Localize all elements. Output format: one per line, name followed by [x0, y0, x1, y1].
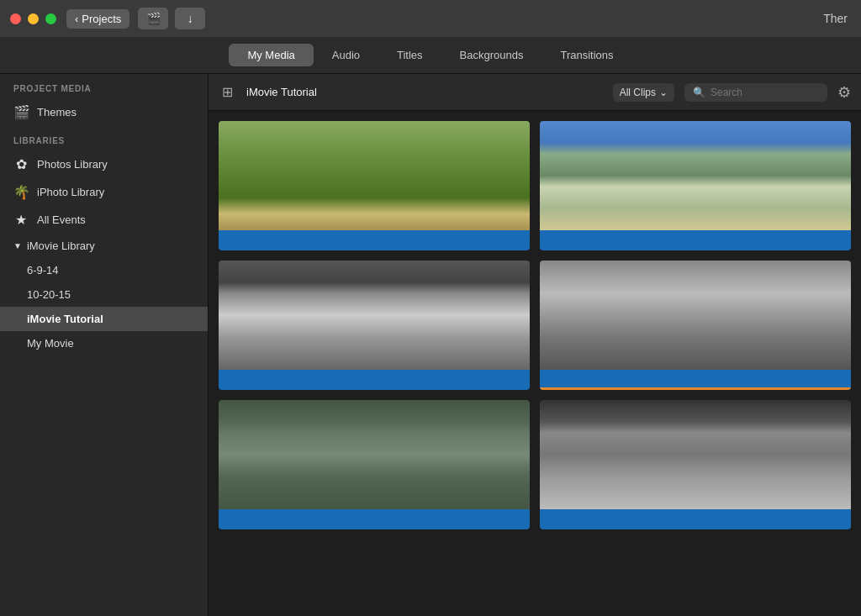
clip-filter-label: All Clips: [620, 87, 656, 98]
video-thumbnail-5: [219, 400, 530, 509]
my-movie-label: My Movie: [27, 337, 74, 350]
video-card-2[interactable]: [540, 121, 851, 250]
search-icon: 🔍: [693, 87, 705, 98]
chevron-down-icon: ⌄: [659, 87, 668, 98]
tab-my-media[interactable]: My Media: [229, 44, 313, 66]
video-thumbnail-3: [219, 261, 530, 370]
titlebar-right-text: Ther: [823, 12, 848, 25]
back-button[interactable]: ‹ Projects: [66, 9, 129, 29]
sidebar-item-6-9-14[interactable]: 6-9-14: [0, 258, 208, 282]
video-thumbnail-2: [540, 121, 851, 230]
back-button-label: Projects: [82, 13, 121, 25]
video-bar-1: [219, 230, 530, 250]
titlebar: ‹ Projects 🎬 ↓ Ther: [0, 0, 861, 37]
photos-library-label: Photos Library: [37, 158, 108, 171]
video-card-4[interactable]: [540, 261, 851, 390]
content-area: ⊞ iMovie Tutorial All Clips ⌄ 🔍 ⚙: [209, 74, 861, 616]
themes-label: Themes: [37, 106, 77, 118]
content-title: iMovie Tutorial: [246, 86, 603, 98]
sidebar-item-iphoto-library[interactable]: 🌴 iPhoto Library: [0, 178, 208, 206]
all-events-label: All Events: [37, 213, 86, 226]
clip-filter-selector[interactable]: All Clips ⌄: [613, 83, 674, 102]
iphoto-library-label: iPhoto Library: [37, 186, 104, 198]
project-media-header: PROJECT MEDIA: [0, 74, 208, 98]
clip-audio-button[interactable]: 🎬: [138, 8, 168, 29]
sidebar-item-themes[interactable]: 🎬 Themes: [0, 98, 208, 126]
sidebar-item-photos-library[interactable]: ✿ Photos Library: [0, 150, 208, 178]
chevron-left-icon: ‹: [75, 13, 78, 25]
download-button[interactable]: ↓: [175, 8, 205, 29]
download-icon: ↓: [188, 12, 193, 25]
tab-transitions[interactable]: Transitions: [541, 44, 631, 66]
sidebar: PROJECT MEDIA 🎬 Themes LIBRARIES ✿ Photo…: [0, 74, 209, 616]
video-bar-5: [219, 509, 530, 529]
video-bar-6: [540, 509, 851, 529]
tab-titles[interactable]: Titles: [378, 44, 441, 66]
settings-button[interactable]: ⚙: [837, 83, 851, 102]
sidebar-item-imovie-tutorial[interactable]: iMovie Tutorial: [0, 307, 208, 331]
libraries-header: LIBRARIES: [0, 126, 208, 150]
traffic-lights: [10, 13, 56, 24]
sidebar-item-10-20-15[interactable]: 10-20-15: [0, 282, 208, 307]
tab-backgrounds[interactable]: Backgrounds: [441, 44, 542, 66]
all-events-icon: ★: [13, 212, 29, 228]
close-button[interactable]: [10, 13, 21, 24]
disclosure-arrow-icon: ▼: [13, 241, 22, 250]
search-input[interactable]: [710, 87, 819, 98]
photos-library-icon: ✿: [13, 156, 29, 172]
layout-button[interactable]: ⊞: [219, 81, 236, 103]
content-toolbar: ⊞ iMovie Tutorial All Clips ⌄ 🔍 ⚙: [209, 74, 861, 111]
iphoto-library-icon: 🌴: [13, 184, 29, 200]
date-label-1: 6-9-14: [27, 264, 59, 276]
sidebar-item-all-events[interactable]: ★ All Events: [0, 206, 208, 234]
video-bar-3: [219, 370, 530, 390]
imovie-tutorial-label: iMovie Tutorial: [27, 313, 103, 325]
film-music-icon: 🎬: [146, 12, 161, 25]
video-thumbnail-1: [219, 121, 530, 230]
gear-icon: ⚙: [837, 84, 851, 101]
search-box[interactable]: 🔍: [684, 83, 827, 102]
video-card-6[interactable]: [540, 400, 851, 529]
themes-icon: 🎬: [13, 104, 29, 120]
video-card-3[interactable]: [219, 261, 530, 390]
date-label-2: 10-20-15: [27, 288, 71, 301]
titlebar-right-label: Ther: [823, 12, 848, 25]
video-bar-4: [540, 370, 851, 390]
main-area: PROJECT MEDIA 🎬 Themes LIBRARIES ✿ Photo…: [0, 74, 861, 616]
imovie-library-disclosure[interactable]: ▼ iMovie Library: [0, 234, 208, 258]
video-thumbnail-6: [540, 400, 851, 509]
sidebar-item-my-movie[interactable]: My Movie: [0, 331, 208, 355]
minimize-button[interactable]: [28, 13, 39, 24]
imovie-library-label: iMovie Library: [27, 240, 95, 252]
titlebar-icon-buttons: 🎬 ↓: [138, 8, 205, 29]
video-card-5[interactable]: [219, 400, 530, 529]
tab-audio[interactable]: Audio: [314, 44, 378, 66]
video-thumbnail-4: [540, 261, 851, 370]
maximize-button[interactable]: [45, 13, 56, 24]
video-grid: [209, 111, 861, 616]
video-bar-2: [540, 230, 851, 250]
layout-icon: ⊞: [222, 85, 233, 99]
tabbar: My Media Audio Titles Backgrounds Transi…: [0, 37, 861, 74]
video-card-1[interactable]: [219, 121, 530, 250]
orange-progress-line: [540, 387, 851, 390]
